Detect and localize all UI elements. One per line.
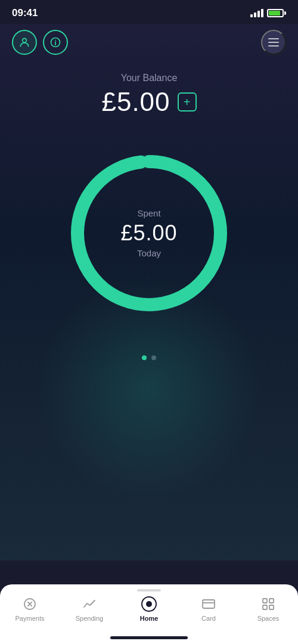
- menu-button[interactable]: [261, 30, 286, 55]
- donut-chart: Spent £5.00 Today: [63, 147, 235, 320]
- balance-amount-row: £5.00 +: [0, 87, 298, 117]
- tab-spaces[interactable]: Spaces: [238, 592, 298, 622]
- payments-tab-label: Payments: [15, 615, 45, 622]
- tab-home[interactable]: Home: [119, 592, 179, 622]
- tab-bar: Payments Spending Home Card: [0, 584, 298, 644]
- spent-amount: £5.00: [120, 221, 177, 246]
- balance-section: Your Balance £5.00 +: [0, 61, 298, 123]
- spending-tab-label: Spending: [76, 615, 104, 622]
- card-tab-label: Card: [201, 615, 216, 622]
- svg-rect-10: [269, 599, 274, 603]
- top-actions: [0, 24, 298, 61]
- wifi-icon: [250, 9, 263, 17]
- tab-card[interactable]: Card: [179, 592, 238, 622]
- spent-period: Today: [120, 248, 177, 258]
- info-icon: [49, 36, 61, 48]
- spaces-tab-label: Spaces: [257, 615, 280, 622]
- person-icon: [18, 36, 30, 48]
- info-button[interactable]: [43, 30, 68, 55]
- page-dot-2[interactable]: [151, 355, 156, 360]
- payments-tab-icon: [22, 596, 38, 612]
- page-dot-1[interactable]: [142, 355, 147, 360]
- menu-line-3: [268, 45, 279, 47]
- chart-container: Spent £5.00 Today: [0, 147, 298, 320]
- menu-line-2: [268, 42, 279, 43]
- top-left-icons: [12, 30, 68, 55]
- home-indicator: [110, 636, 188, 639]
- home-tab-label: Home: [140, 615, 159, 622]
- home-tab-icon: [141, 596, 157, 612]
- add-funds-button[interactable]: +: [178, 92, 197, 112]
- card-tab-icon: [201, 596, 216, 612]
- menu-line-1: [268, 38, 279, 39]
- spent-label: Spent: [120, 208, 177, 218]
- donut-center: Spent £5.00 Today: [120, 208, 177, 258]
- status-icons: [250, 9, 286, 17]
- spending-tab-icon: [82, 596, 97, 612]
- tab-payments[interactable]: Payments: [0, 592, 60, 622]
- spaces-tab-icon: [260, 596, 276, 612]
- balance-label: Your Balance: [0, 73, 298, 83]
- tab-spending[interactable]: Spending: [60, 592, 119, 622]
- page-indicators: [0, 355, 298, 372]
- balance-value: £5.00: [101, 87, 170, 117]
- battery-icon: [267, 9, 286, 17]
- main-content: Your Balance £5.00 + Spent £5.00 Today: [0, 24, 298, 561]
- svg-point-0: [23, 38, 27, 42]
- svg-rect-11: [263, 605, 267, 609]
- status-bar: 09:41: [0, 0, 298, 24]
- svg-rect-12: [269, 605, 274, 609]
- profile-button[interactable]: [12, 30, 37, 55]
- svg-point-3: [55, 40, 56, 41]
- svg-rect-9: [263, 599, 267, 603]
- svg-rect-7: [203, 600, 215, 608]
- status-time: 09:41: [12, 7, 38, 19]
